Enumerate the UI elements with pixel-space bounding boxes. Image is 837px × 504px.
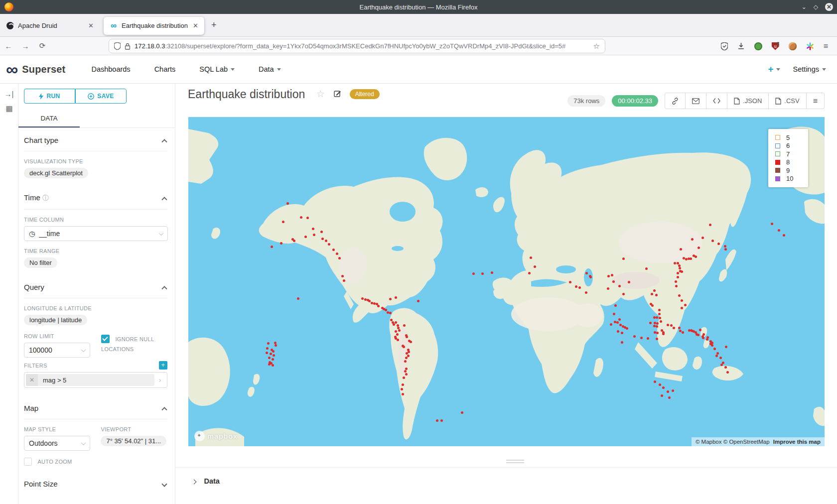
export-label: .CSV — [784, 97, 799, 105]
superset-logo[interactable]: ∞ Superset — [6, 62, 65, 77]
earthquake-point — [618, 318, 621, 321]
forward-button[interactable]: → — [17, 42, 34, 50]
lonlat-value[interactable]: longitude | latitude — [24, 315, 87, 325]
minimize-button[interactable]: ⌄ — [802, 3, 807, 10]
export-json-button[interactable]: .JSON — [727, 93, 769, 109]
nav-item-charts[interactable]: Charts — [142, 60, 188, 78]
legend-item-6[interactable]: 6 — [775, 142, 808, 150]
chevron-down-icon — [81, 347, 86, 352]
expand-filter-icon[interactable]: › — [154, 376, 165, 384]
chevron-up-icon — [161, 407, 167, 412]
earthquake-point — [401, 388, 403, 390]
legend-item-10[interactable]: 10 — [775, 175, 808, 183]
legend-label: 9 — [786, 167, 790, 174]
tab-title: Apache Druid — [18, 22, 83, 29]
data-results-panel[interactable]: Data — [175, 467, 837, 504]
bookmark-star-icon[interactable]: ☆ — [593, 42, 600, 51]
extension-green-icon[interactable] — [754, 42, 762, 50]
earthquake-point — [783, 234, 785, 237]
earthquake-point — [674, 262, 676, 264]
section-query[interactable]: Query — [24, 275, 167, 298]
protections-shield-icon[interactable] — [721, 42, 728, 50]
edit-properties-icon[interactable] — [334, 90, 341, 97]
dataset-grid-icon[interactable]: ▦ — [0, 104, 18, 113]
earthquake-point — [698, 247, 700, 249]
tab-data[interactable]: DATA — [18, 111, 80, 127]
add-filter-button[interactable]: + — [159, 361, 167, 370]
legend-item-8[interactable]: 8 — [775, 158, 808, 167]
time-column-select[interactable]: ◷ __time — [24, 226, 168, 241]
browser-tab-2[interactable]: ∞Earthquake distribution✕ — [104, 17, 204, 35]
earthquake-point — [405, 373, 408, 376]
earthquake-point — [389, 298, 392, 300]
expand-dataset-panel-icon[interactable]: →| — [0, 90, 18, 98]
earthquake-point — [662, 333, 665, 335]
pinwheel-extension-icon[interactable] — [806, 42, 814, 50]
earthquake-point — [682, 331, 684, 334]
legend-item-5[interactable]: 5 — [775, 133, 808, 142]
time-range-value[interactable]: No filter — [24, 257, 57, 268]
ublock-extension-icon[interactable]: u2 — [772, 42, 779, 50]
filter-chip[interactable]: ✕ mag > 5 — [26, 374, 154, 386]
section-title: Query — [24, 283, 44, 291]
reload-button[interactable]: ⟳ — [34, 41, 51, 50]
menu-button[interactable]: ≡ — [807, 93, 824, 109]
earthquake-point — [312, 228, 314, 230]
mail-button[interactable] — [686, 93, 706, 109]
back-button[interactable]: ← — [0, 42, 17, 50]
chevron-down-icon — [231, 68, 235, 71]
nav-item-dashboards[interactable]: Dashboards — [79, 60, 142, 78]
browser-tab-1[interactable]: Apache Druid✕ — [0, 17, 100, 35]
earthquake-point — [677, 262, 679, 264]
viewport-value[interactable]: 7° 35' 54.02" | 31... — [101, 436, 166, 446]
chevron-up-icon — [161, 197, 167, 202]
chevron-down-icon — [776, 68, 780, 71]
menu-hamburger-icon[interactable]: ≡ — [824, 42, 828, 51]
nav-item-data[interactable]: Data — [247, 60, 293, 78]
section-map[interactable]: Map — [24, 396, 167, 419]
map-style-select[interactable]: Outdoors — [24, 436, 90, 451]
row-limit-label: ROW LIMIT — [24, 333, 101, 339]
section-time[interactable]: Time ⓘ — [24, 185, 167, 210]
run-button[interactable]: RUN — [24, 89, 75, 104]
remove-filter-icon[interactable]: ✕ — [26, 374, 38, 386]
earthquake-point — [282, 221, 284, 223]
cookie-extension-icon[interactable] — [789, 42, 797, 50]
panel-resize-handle[interactable] — [506, 460, 524, 464]
earthquake-point — [341, 275, 344, 277]
legend-item-9[interactable]: 9 — [775, 166, 808, 175]
favorite-star-icon[interactable]: ☆ — [316, 89, 325, 99]
code-button[interactable] — [706, 93, 727, 109]
panel-tabs: DATA — [18, 111, 175, 128]
maximize-button[interactable]: ◇ — [814, 3, 818, 10]
earthquake-point — [406, 336, 408, 338]
legend-item-7[interactable]: 7 — [775, 150, 808, 158]
tab-close-icon[interactable]: ✕ — [87, 22, 95, 29]
settings-menu[interactable]: Settings — [793, 65, 826, 73]
earthquake-point — [402, 383, 404, 386]
section-point-size[interactable]: Point Size — [24, 472, 167, 495]
link-button[interactable] — [665, 93, 686, 109]
earthquake-point — [368, 300, 371, 302]
earthquake-point — [343, 279, 345, 282]
earthquake-point — [267, 342, 270, 345]
url-bar[interactable]: 172.18.0.3:32108/superset/explore/?form_… — [109, 39, 605, 53]
auto-zoom-checkbox[interactable] — [24, 458, 32, 466]
tab-close-icon[interactable]: ✕ — [192, 22, 199, 29]
close-button[interactable]: ✕ — [825, 3, 833, 11]
improve-map-link[interactable]: Improve this map — [773, 439, 821, 445]
earthquake-point — [272, 358, 274, 361]
new-tab-button[interactable]: + — [211, 20, 217, 30]
deckgl-map[interactable]: 5678910 mapbox © Mapbox © OpenStreetMap … — [188, 117, 825, 446]
mapbox-logo[interactable]: mapbox — [194, 431, 238, 441]
export-csv-button[interactable]: .CSV — [769, 93, 806, 109]
nav-item-sql-lab[interactable]: SQL Lab — [187, 60, 247, 78]
download-icon[interactable] — [737, 42, 745, 50]
save-button[interactable]: SAVE — [75, 89, 127, 104]
ignore-null-checkbox[interactable] — [101, 335, 110, 343]
new-item-menu[interactable]: + — [768, 64, 780, 75]
row-limit-select[interactable]: 100000 — [24, 343, 90, 358]
viz-type-value[interactable]: deck.gl Scatterplot — [24, 168, 88, 178]
section-chart-type[interactable]: Chart type — [24, 128, 167, 151]
earthquake-point — [621, 341, 623, 344]
